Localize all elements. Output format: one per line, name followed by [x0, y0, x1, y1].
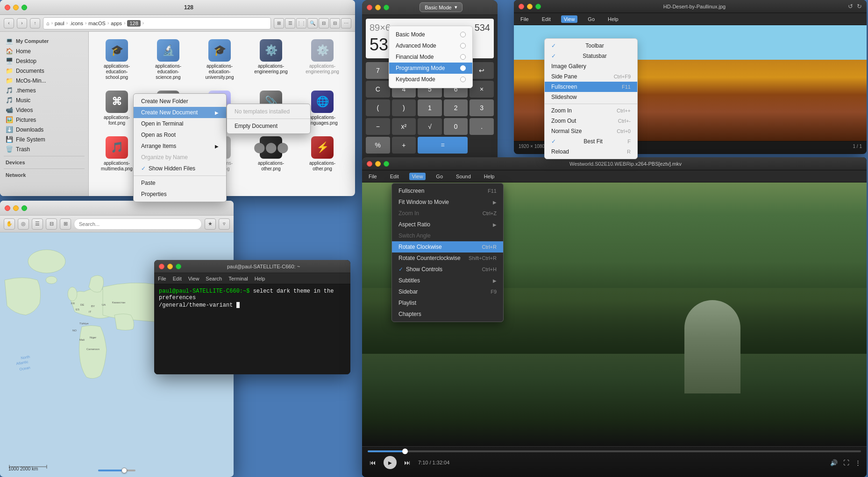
- vd-reload[interactable]: Reload R: [545, 147, 637, 157]
- mp-menu-view[interactable]: View: [409, 173, 426, 180]
- iv-menu-file[interactable]: File: [518, 15, 532, 23]
- maximize-button-fm[interactable]: [21, 5, 27, 10]
- minimize-button-mp[interactable]: [375, 161, 381, 167]
- path-home[interactable]: ⌂: [46, 21, 50, 26]
- btn-clear[interactable]: C: [366, 81, 390, 98]
- iv-menu-help[interactable]: Help: [605, 15, 621, 23]
- mp-menu-help[interactable]: Help: [481, 173, 498, 180]
- close-button-mp[interactable]: [367, 161, 372, 167]
- mp-menu-go[interactable]: Go: [433, 173, 446, 180]
- maximize-button-term[interactable]: [176, 264, 181, 269]
- minimize-button-term[interactable]: [167, 264, 173, 269]
- map-btn-view2[interactable]: ⊞: [60, 218, 71, 230]
- file-item[interactable]: 🎓 applications-education-school.png: [93, 36, 140, 83]
- map-btn-hand[interactable]: ✋: [4, 218, 15, 230]
- mode-basic[interactable]: Basic Mode: [389, 29, 472, 40]
- btn-multiply[interactable]: ×: [470, 81, 494, 98]
- mp-progress-bar[interactable]: [368, 450, 861, 452]
- btn-3[interactable]: 3: [470, 99, 494, 116]
- vd-toolbar[interactable]: Toolbar: [545, 41, 637, 51]
- ctx-empty-document[interactable]: Empty Document: [227, 120, 310, 132]
- sidebar-item-trash[interactable]: 🗑️ Trash: [0, 144, 88, 154]
- volume-icon[interactable]: 🔊: [830, 459, 838, 466]
- maximize-button-mp[interactable]: [384, 161, 389, 167]
- btn-0[interactable]: 0: [444, 118, 468, 135]
- btn-1[interactable]: 1: [418, 99, 442, 116]
- ctx-arrange[interactable]: Arrange Items ▶: [134, 140, 226, 152]
- btn-subtract[interactable]: −: [366, 118, 390, 135]
- forward-button[interactable]: ›: [17, 18, 27, 28]
- icon-view-btn[interactable]: ⊞: [274, 18, 284, 28]
- btn-7[interactable]: 7: [366, 62, 390, 79]
- iv-menu-view[interactable]: View: [561, 15, 578, 23]
- map-zoom-thumb[interactable]: [121, 468, 127, 473]
- btn-paren-open[interactable]: (: [366, 99, 390, 116]
- close-button-fm[interactable]: [5, 5, 10, 10]
- iv-menu-edit[interactable]: Edit: [539, 15, 554, 23]
- more-view-btn[interactable]: ⋯: [341, 18, 351, 28]
- minimize-button-map[interactable]: [13, 205, 19, 211]
- iv-rotate-right-icon[interactable]: ↻: [857, 3, 862, 10]
- maximize-button-iv[interactable]: [535, 4, 541, 9]
- sidebar-item-home[interactable]: 🏠 Home: [0, 46, 88, 56]
- mpvd-chapters[interactable]: Chapters: [392, 309, 503, 320]
- btn-paren-close[interactable]: ): [392, 99, 416, 116]
- term-menu-help[interactable]: Help: [255, 276, 265, 281]
- mode-financial[interactable]: Financial Mode: [389, 51, 472, 63]
- sidebar-item-downloads[interactable]: ⬇️ Downloads: [0, 125, 88, 134]
- detail-view-btn[interactable]: ⊟: [330, 18, 340, 28]
- btn-2[interactable]: 2: [444, 99, 468, 116]
- close-button-map[interactable]: [5, 205, 10, 211]
- path-icons[interactable]: .icons: [70, 21, 83, 26]
- mpvd-fullscreen[interactable]: Fullscreen F11: [392, 185, 503, 196]
- btn-play-pause[interactable]: ▶: [384, 456, 397, 469]
- btn-prev[interactable]: ⏮: [368, 458, 378, 467]
- search-btn[interactable]: 🔍: [307, 18, 318, 28]
- mp-menu-edit[interactable]: Edit: [387, 173, 402, 180]
- term-menu-view[interactable]: View: [188, 276, 199, 281]
- mode-dropdown-button[interactable]: Basic Mode ▾: [420, 2, 462, 12]
- close-button-term[interactable]: [159, 264, 164, 269]
- map-zoom-track[interactable]: [98, 470, 135, 471]
- btn-percent[interactable]: %: [366, 137, 390, 154]
- mpvd-sidebar[interactable]: Sidebar F9: [392, 286, 503, 297]
- ctx-properties[interactable]: Properties: [134, 189, 226, 200]
- vd-imagegallery[interactable]: Image Gallery: [545, 61, 637, 71]
- vd-zoomin[interactable]: Zoom In Ctrl++: [545, 105, 637, 116]
- iv-menu-go[interactable]: Go: [585, 15, 598, 23]
- file-item[interactable]: 🔬 applications-education-science.png: [145, 36, 192, 83]
- file-item[interactable]: ⚙️ applications-engineering.png: [248, 36, 294, 83]
- mp-menu-sound[interactable]: Sound: [453, 173, 474, 180]
- file-item[interactable]: ⬤⬤⬤ applications-other.png: [248, 133, 294, 175]
- path-paul[interactable]: paul: [55, 21, 64, 26]
- iv-rotate-left-icon[interactable]: ↺: [848, 3, 853, 10]
- map-btn-target[interactable]: ◎: [18, 218, 29, 230]
- terminal-content[interactable]: paul@paul-SATELLITE-C660:~$ select dark …: [154, 284, 350, 374]
- term-menu-file[interactable]: File: [158, 276, 166, 281]
- vd-zoomout[interactable]: Zoom Out Ctrl+-: [545, 116, 637, 126]
- maximize-button-calc[interactable]: [384, 5, 389, 10]
- vd-statusbar[interactable]: Statusbar: [545, 51, 637, 61]
- grid-view-btn[interactable]: ⊟: [319, 18, 329, 28]
- mpvd-showcontrols[interactable]: ✓Show Controls Ctrl+H: [392, 264, 503, 275]
- vd-normalsize[interactable]: Normal Size Ctrl+0: [545, 126, 637, 136]
- mpvd-playlist[interactable]: Playlist: [392, 297, 503, 309]
- ctx-open-root[interactable]: Open as Root: [134, 129, 226, 140]
- ctx-hidden-files[interactable]: ✓ Show Hidden Files: [134, 163, 226, 174]
- map-btn-view1[interactable]: ⊟: [46, 218, 57, 230]
- maximize-button-map[interactable]: [21, 205, 27, 211]
- sidebar-item-music[interactable]: 🎵 Music: [0, 95, 88, 105]
- sidebar-item-desktop[interactable]: 🖥️ Desktop: [0, 56, 88, 66]
- back-button[interactable]: ‹: [4, 18, 14, 28]
- minimize-button-fm[interactable]: [13, 5, 19, 10]
- up-button[interactable]: ↑: [30, 18, 40, 28]
- more-options-icon[interactable]: ⋮: [855, 459, 861, 466]
- map-search-input[interactable]: [74, 218, 202, 230]
- ctx-paste[interactable]: Paste: [134, 177, 226, 189]
- ctx-create-document[interactable]: Create New Document ▶: [134, 107, 226, 118]
- mode-programming[interactable]: Programming Mode: [389, 63, 472, 74]
- vd-slideshow[interactable]: Slideshow: [545, 92, 637, 102]
- sidebar-item-themes[interactable]: 🎵 .themes: [0, 85, 88, 95]
- vd-sidepane[interactable]: Side Pane Ctrl+F9: [545, 71, 637, 82]
- close-button-calc[interactable]: [367, 5, 372, 10]
